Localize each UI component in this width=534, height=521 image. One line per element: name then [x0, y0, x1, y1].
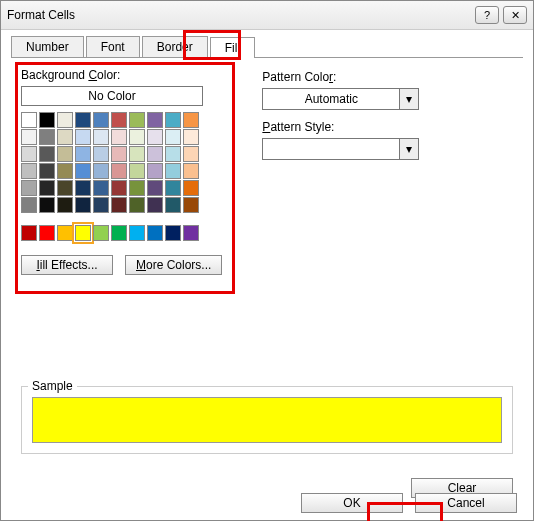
color-swatch[interactable]	[57, 129, 73, 145]
tab-fill[interactable]: Fill	[210, 37, 255, 58]
color-swatch[interactable]	[57, 225, 73, 241]
color-swatch[interactable]	[21, 197, 37, 213]
color-swatch[interactable]	[183, 112, 199, 128]
color-swatch[interactable]	[21, 163, 37, 179]
color-swatch[interactable]	[39, 225, 55, 241]
color-swatch[interactable]	[111, 225, 127, 241]
chevron-down-icon: ▾	[399, 139, 418, 159]
color-swatch[interactable]	[165, 225, 181, 241]
color-swatch[interactable]	[147, 180, 163, 196]
ok-button[interactable]: OK	[301, 493, 403, 513]
color-swatch[interactable]	[57, 112, 73, 128]
color-swatch[interactable]	[57, 163, 73, 179]
color-swatch[interactable]	[147, 163, 163, 179]
color-swatch[interactable]	[111, 129, 127, 145]
tabs: NumberFontBorderFill	[11, 36, 523, 58]
pattern-color-value: Automatic	[263, 92, 399, 106]
window-title: Format Cells	[7, 8, 471, 22]
color-swatch[interactable]	[75, 129, 91, 145]
chevron-down-icon: ▾	[399, 89, 418, 109]
color-swatch[interactable]	[93, 180, 109, 196]
theme-color-palette	[21, 112, 222, 213]
color-swatch[interactable]	[93, 163, 109, 179]
color-swatch[interactable]	[111, 180, 127, 196]
color-swatch[interactable]	[129, 129, 145, 145]
pattern-color-label: Pattern Color:	[262, 70, 419, 84]
color-swatch[interactable]	[165, 163, 181, 179]
color-swatch[interactable]	[183, 197, 199, 213]
fill-effects-button[interactable]: Iill Effects...	[21, 255, 113, 275]
color-swatch[interactable]	[21, 129, 37, 145]
color-swatch[interactable]	[147, 146, 163, 162]
more-colors-button[interactable]: More Colors...	[125, 255, 222, 275]
color-swatch[interactable]	[93, 197, 109, 213]
color-swatch[interactable]	[21, 112, 37, 128]
no-color-button[interactable]: No Color	[21, 86, 203, 106]
color-swatch[interactable]	[75, 112, 91, 128]
color-swatch[interactable]	[183, 225, 199, 241]
color-swatch[interactable]	[165, 129, 181, 145]
color-swatch[interactable]	[21, 225, 37, 241]
pattern-color-combo[interactable]: Automatic ▾	[262, 88, 419, 110]
tab-border[interactable]: Border	[142, 36, 208, 57]
color-swatch[interactable]	[165, 146, 181, 162]
color-swatch[interactable]	[39, 129, 55, 145]
color-swatch[interactable]	[21, 180, 37, 196]
cancel-button[interactable]: Cancel	[415, 493, 517, 513]
color-swatch[interactable]	[57, 197, 73, 213]
color-swatch[interactable]	[147, 112, 163, 128]
color-swatch[interactable]	[165, 197, 181, 213]
color-swatch[interactable]	[39, 197, 55, 213]
color-swatch[interactable]	[129, 112, 145, 128]
sample-group: Sample	[21, 386, 513, 454]
color-swatch[interactable]	[93, 129, 109, 145]
background-color-label: Background Color:	[21, 68, 222, 82]
tab-font[interactable]: Font	[86, 36, 140, 57]
color-swatch[interactable]	[93, 146, 109, 162]
color-swatch[interactable]	[75, 225, 91, 241]
color-swatch[interactable]	[129, 225, 145, 241]
color-swatch[interactable]	[57, 180, 73, 196]
color-swatch[interactable]	[111, 197, 127, 213]
color-swatch[interactable]	[39, 163, 55, 179]
color-swatch[interactable]	[57, 146, 73, 162]
color-swatch[interactable]	[75, 163, 91, 179]
pattern-style-combo[interactable]: ▾	[262, 138, 419, 160]
sample-label: Sample	[28, 379, 77, 393]
color-swatch[interactable]	[93, 225, 109, 241]
color-swatch[interactable]	[165, 112, 181, 128]
color-swatch[interactable]	[21, 146, 37, 162]
color-swatch[interactable]	[111, 163, 127, 179]
color-swatch[interactable]	[75, 180, 91, 196]
color-swatch[interactable]	[39, 112, 55, 128]
color-swatch[interactable]	[129, 180, 145, 196]
color-swatch[interactable]	[111, 146, 127, 162]
color-swatch[interactable]	[183, 180, 199, 196]
color-swatch[interactable]	[39, 180, 55, 196]
tab-number[interactable]: Number	[11, 36, 84, 57]
color-swatch[interactable]	[183, 146, 199, 162]
color-swatch[interactable]	[129, 163, 145, 179]
format-cells-dialog: Format Cells ? ✕ NumberFontBorderFill Ba…	[0, 0, 534, 521]
sample-preview	[32, 397, 502, 443]
color-swatch[interactable]	[75, 197, 91, 213]
color-swatch[interactable]	[129, 146, 145, 162]
color-swatch[interactable]	[147, 197, 163, 213]
color-swatch[interactable]	[147, 225, 163, 241]
color-swatch[interactable]	[165, 180, 181, 196]
color-swatch[interactable]	[147, 129, 163, 145]
color-swatch[interactable]	[183, 163, 199, 179]
color-swatch[interactable]	[93, 112, 109, 128]
standard-color-row	[21, 225, 222, 241]
color-swatch[interactable]	[75, 146, 91, 162]
titlebar: Format Cells ? ✕	[1, 1, 533, 30]
color-swatch[interactable]	[183, 129, 199, 145]
color-swatch[interactable]	[129, 197, 145, 213]
color-swatch[interactable]	[111, 112, 127, 128]
close-button[interactable]: ✕	[503, 6, 527, 24]
pattern-style-label: Pattern Style:	[262, 120, 419, 134]
help-button[interactable]: ?	[475, 6, 499, 24]
color-swatch[interactable]	[39, 146, 55, 162]
